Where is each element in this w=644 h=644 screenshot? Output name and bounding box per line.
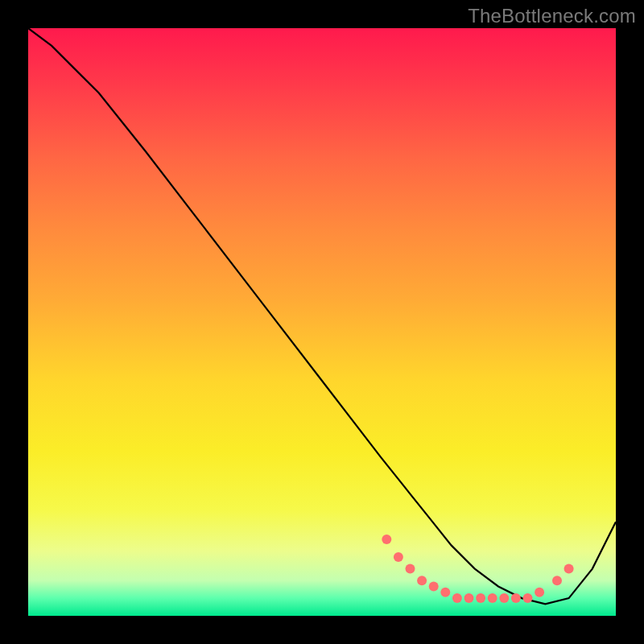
highlight-dot [429,582,439,592]
highlight-dot [394,552,403,562]
highlight-dot [440,588,450,597]
highlight-dot [382,535,391,544]
highlight-dot [464,593,474,603]
curve-group [28,28,616,604]
watermark-label: TheBottleneck.com [468,5,636,27]
curve-line [28,28,616,604]
highlight-dot [417,576,427,585]
highlight-dots [382,535,573,603]
highlight-dot [406,564,415,574]
highlight-dot [564,564,574,574]
highlight-dot [452,593,462,603]
chart-svg [28,28,616,616]
highlight-dot [476,593,485,603]
highlight-dot [552,576,562,585]
plot-area [28,28,616,616]
highlight-dot [523,593,533,603]
highlight-dot [511,593,521,603]
chart-frame: TheBottleneck.com [0,0,644,644]
highlight-dot [488,593,497,603]
highlight-dot [535,588,544,597]
highlight-dot [499,593,509,603]
